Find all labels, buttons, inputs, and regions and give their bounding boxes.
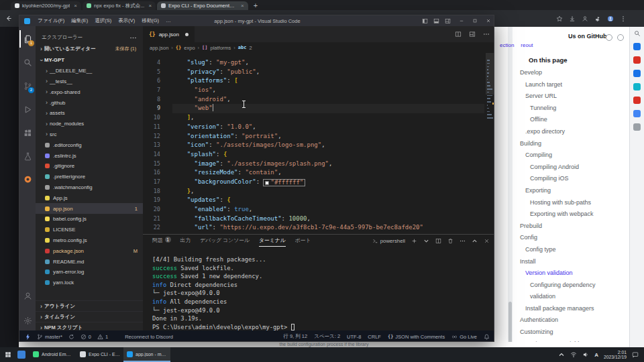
- bookmark-star-icon[interactable]: [556, 15, 563, 22]
- errors[interactable]: 0: [80, 334, 91, 340]
- docs-nav-item[interactable]: Version validation: [520, 267, 622, 280]
- docs-nav-item[interactable]: Configuring dependency validation: [520, 280, 622, 303]
- docs-nav-item[interactable]: Compiling iOS: [520, 173, 622, 185]
- docs-scrollbar-track[interactable]: [508, 27, 513, 347]
- code-line[interactable]: "splash": {: [172, 150, 484, 160]
- taskbar-widget-icon[interactable]: [17, 351, 25, 359]
- code-line[interactable]: "privacy": "public",: [172, 68, 484, 77]
- line-number[interactable]: 14: [143, 150, 167, 160]
- code-line[interactable]: "url": "https://u.expo.dev/a3f8cb1-7c9e-…: [172, 223, 484, 233]
- code-line[interactable]: "orientation": "portrait",: [172, 132, 484, 141]
- explorer-item[interactable]: package.jsonM: [36, 245, 143, 256]
- close-panel-icon[interactable]: [484, 238, 490, 244]
- line-number[interactable]: 11: [143, 123, 167, 132]
- git-branch[interactable]: master*: [37, 334, 62, 340]
- side-rail-app-icon[interactable]: [633, 70, 641, 77]
- line-number[interactable]: 9: [143, 104, 167, 113]
- side-rail-app-icon[interactable]: [633, 43, 641, 50]
- panel-tab[interactable]: ターミナル: [259, 235, 286, 247]
- menubar-item[interactable]: ファイル(F): [34, 17, 68, 24]
- explorer-item[interactable]: ›__tests__: [36, 76, 143, 87]
- line-number[interactable]: 13: [143, 141, 167, 150]
- line-number[interactable]: 16: [143, 168, 167, 178]
- explorer-item[interactable]: .watchmanconfig: [36, 182, 143, 193]
- explorer-item[interactable]: yarn-error.log: [36, 267, 143, 278]
- explorer-item[interactable]: .prettierignore: [36, 172, 143, 182]
- unsaved-dot-icon[interactable]: [185, 33, 189, 36]
- sync-status[interactable]: [68, 334, 74, 340]
- code-line[interactable]: "backgroundColor": "#ffffff": [172, 178, 484, 187]
- extensions-icon[interactable]: [19, 124, 36, 141]
- browser-menu-icon[interactable]: [620, 15, 627, 22]
- docs-partial-link[interactable]: ection: [500, 42, 514, 48]
- minimap[interactable]: [486, 53, 494, 234]
- docs-nav-item[interactable]: Launch target: [520, 79, 622, 91]
- code-line[interactable]: "ios",: [172, 86, 484, 95]
- menubar-item[interactable]: 選択(S): [91, 17, 115, 24]
- docs-nav-item[interactable]: Install: [520, 256, 622, 268]
- ime-indicator[interactable]: A: [594, 352, 598, 358]
- panel-tab[interactable]: ポート: [295, 235, 311, 247]
- language-mode[interactable]: {}JSON with Comments: [388, 334, 445, 340]
- explorer-item[interactable]: metro.config.js: [36, 235, 143, 246]
- line-number[interactable]: 6: [143, 76, 167, 86]
- kill-terminal-icon[interactable]: [447, 238, 453, 244]
- breadcrumb-item[interactable]: platforms: [211, 45, 231, 51]
- docs-partial-link[interactable]: reout: [521, 42, 533, 48]
- browser-tab[interactable]: npx expo fix - 株式会...×: [83, 1, 156, 10]
- github-link[interactable]: Us on GitHub: [568, 33, 607, 40]
- browser-avatar-icon[interactable]: [607, 15, 614, 22]
- open-editors-header[interactable]: › 開いているエディター 未保存 (1): [36, 44, 143, 54]
- terminal-output[interactable]: [4/4] Building fresh packages...success …: [152, 255, 488, 331]
- line-number[interactable]: 21: [143, 215, 167, 224]
- code-line[interactable]: "platforms": [: [172, 76, 484, 86]
- code-line[interactable]: "enabled": true,: [172, 205, 484, 215]
- menubar-item[interactable]: 移動(G): [138, 17, 162, 24]
- line-number[interactable]: 8: [143, 95, 167, 105]
- line-number[interactable]: 18: [143, 187, 167, 196]
- breadcrumb-item[interactable]: expo: [184, 45, 195, 51]
- profile-icon[interactable]: [582, 15, 588, 22]
- maximize-button[interactable]: [468, 15, 482, 26]
- explorer-item[interactable]: app.json1: [36, 203, 143, 214]
- explorer-item[interactable]: ›__DELELE_ME__: [36, 66, 143, 76]
- code-line[interactable]: ],: [172, 113, 484, 123]
- run-debug-icon[interactable]: [19, 101, 36, 118]
- docs-scrollbar-thumb[interactable]: [508, 302, 512, 345]
- explorer-root-folder[interactable]: ›MY-GPT: [36, 55, 143, 66]
- discord-status[interactable]: Reconnect to Discord: [125, 334, 173, 340]
- code-editor[interactable]: 45678910111213141516171819202122 "slug":…: [143, 53, 494, 234]
- new-terminal-icon[interactable]: [411, 238, 417, 244]
- code-line[interactable]: "fallbackToCacheTimeout": 10000,: [172, 215, 484, 224]
- maximize-panel-icon[interactable]: [472, 238, 478, 244]
- go-live[interactable]: Go Live: [451, 334, 477, 340]
- taskbar-app[interactable]: Expo CLI - Expo Do...: [76, 347, 123, 362]
- code-line[interactable]: "web": [172, 104, 484, 113]
- line-number[interactable]: 17: [143, 178, 167, 187]
- explorer-item[interactable]: README.md: [36, 256, 143, 267]
- toggle-sidebar-icon[interactable]: [422, 18, 428, 24]
- menubar-item[interactable]: 表示(V): [115, 17, 138, 24]
- menubar-item[interactable]: 編集(E): [68, 17, 91, 24]
- side-rail-app-icon[interactable]: [633, 97, 641, 104]
- cursor-position[interactable]: 行 9, 列 12: [283, 333, 307, 340]
- minimize-button[interactable]: [455, 15, 468, 26]
- docs-nav-item[interactable]: Building: [520, 138, 622, 150]
- docs-nav-item[interactable]: Compiling: [520, 149, 622, 162]
- code-line[interactable]: "slug": "my-gpt",: [172, 58, 484, 68]
- remote-indicator[interactable]: [25, 334, 31, 340]
- clock[interactable]: 2:01 2023/12/19: [604, 350, 627, 360]
- download-icon[interactable]: [569, 15, 576, 22]
- side-rail-app-icon[interactable]: [633, 83, 641, 90]
- network-icon[interactable]: [570, 351, 577, 358]
- docs-nav-item[interactable]: Exporting: [520, 185, 622, 197]
- line-number[interactable]: 22: [143, 223, 167, 233]
- editor-more-icon[interactable]: [483, 31, 490, 38]
- search-icon[interactable]: [19, 54, 36, 71]
- docs-nav-item[interactable]: Config type: [520, 244, 622, 256]
- shell-selector[interactable]: powershell: [372, 238, 405, 244]
- docs-nav-item[interactable]: Install package managers: [520, 303, 622, 315]
- docs-nav-item[interactable]: Authentication: [520, 314, 622, 326]
- explorer-item[interactable]: ›src: [36, 129, 143, 140]
- sidebar-more-icon[interactable]: [129, 34, 137, 42]
